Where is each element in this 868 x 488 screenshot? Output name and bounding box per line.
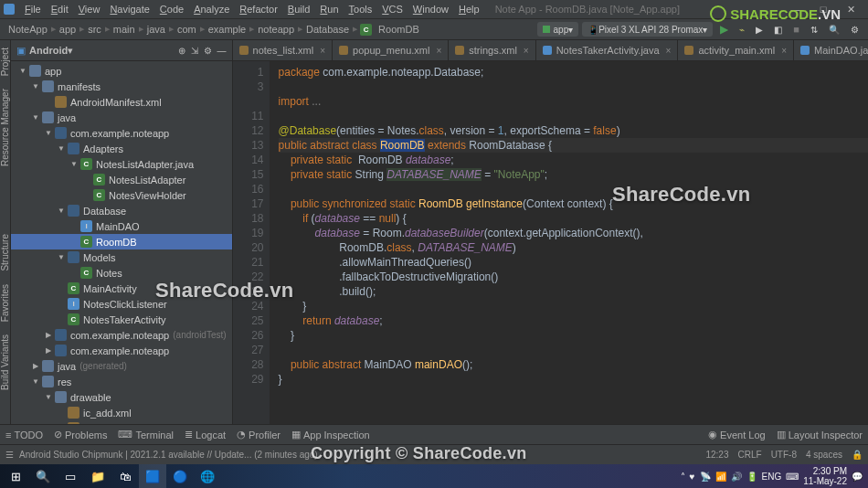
skype-icon[interactable]: 🔵 — [166, 464, 194, 488]
search-taskbar-icon[interactable]: 🔍 — [29, 464, 57, 488]
tree-node[interactable]: com.example.noteapp — [11, 125, 232, 141]
editor-tab[interactable]: notes_list.xml× — [233, 40, 333, 61]
tree-node[interactable]: ic_add.xml — [11, 405, 232, 420]
hide-panel-icon[interactable]: — — [217, 46, 227, 56]
tree-node[interactable]: java(generated) — [11, 358, 232, 374]
tree-node[interactable]: CRoomDB — [11, 234, 232, 249]
tray-security-icon[interactable]: ♥ — [690, 472, 695, 482]
menu-run[interactable]: Run — [315, 2, 343, 16]
breadcrumb-item[interactable]: main — [111, 24, 138, 35]
settings-icon[interactable]: ⚙ — [204, 46, 212, 56]
tree-node[interactable]: CMainActivity — [11, 281, 232, 296]
editor-tab[interactable]: strings.xml× — [449, 40, 535, 61]
read-only-icon[interactable]: 🔒 — [852, 450, 863, 460]
select-opened-icon[interactable]: ⊕ — [178, 46, 185, 56]
maximize-button[interactable]: □ — [810, 0, 837, 19]
app-inspection-tool[interactable]: ▦ App Inspection — [291, 429, 370, 440]
explorer-icon[interactable]: 📁 — [84, 464, 111, 488]
menu-analyze[interactable]: Analyze — [189, 2, 234, 16]
line-separator[interactable]: CRLF — [738, 450, 762, 460]
project-view-selector[interactable]: Android — [29, 45, 68, 56]
menu-build[interactable]: Build — [283, 2, 314, 16]
project-tool-tab[interactable]: Project — [0, 44, 10, 80]
problems-tool[interactable]: ⊘ Problems — [54, 429, 107, 440]
device-selector[interactable]: 📱 Pixel 3 XL API 28 Promax ▾ — [582, 22, 713, 37]
breadcrumb-item[interactable]: src — [85, 24, 104, 35]
breadcrumb-item[interactable]: com — [175, 24, 199, 35]
store-icon[interactable]: 🛍 — [111, 464, 139, 488]
tree-node[interactable]: Adapters — [11, 141, 232, 156]
code-content[interactable]: package com.example.noteapp.Database; im… — [270, 61, 868, 424]
breadcrumb-item[interactable]: example — [206, 24, 249, 35]
editor-tab[interactable]: NotesTakerActivity.java× — [536, 40, 679, 61]
menu-code[interactable]: Code — [155, 2, 188, 16]
resource-manager-tab[interactable]: Resource Manager — [0, 85, 10, 170]
caret-position[interactable]: 12:23 — [705, 450, 728, 460]
tray-language[interactable]: ENG — [762, 472, 782, 482]
tree-node[interactable]: CNotesListAdapter — [11, 172, 232, 187]
project-tree[interactable]: appmanifestsAndroidManifest.xmljavacom.e… — [11, 61, 232, 424]
tray-keyboard-icon[interactable]: ⌨ — [786, 472, 799, 482]
debug-button[interactable]: ⌁ — [736, 22, 748, 37]
profiler-tool[interactable]: ◔ Profiler — [237, 429, 281, 440]
tree-node[interactable]: com.example.noteapp(androidTest) — [11, 327, 232, 343]
menu-window[interactable]: Window — [408, 2, 453, 16]
tab-close-icon[interactable]: × — [524, 46, 529, 56]
terminal-tool[interactable]: ⌨ Terminal — [118, 429, 174, 440]
editor-tab[interactable]: MainDAO.java× — [794, 40, 868, 61]
run-config-selector[interactable]: app ▾ — [537, 22, 579, 37]
tree-node[interactable]: java — [11, 110, 232, 125]
stop-button[interactable]: ■ — [789, 22, 803, 37]
tab-close-icon[interactable]: × — [781, 46, 787, 56]
event-log-tool[interactable]: ◉ Event Log — [708, 429, 766, 440]
breadcrumb-item[interactable]: RoomDB — [376, 24, 422, 35]
build-variants-tab[interactable]: Build Variants — [0, 331, 10, 394]
tray-wifi-icon[interactable]: 📶 — [715, 472, 726, 482]
menu-vcs[interactable]: VCS — [377, 2, 408, 16]
tree-node[interactable]: IMainDAO — [11, 218, 232, 234]
layout-inspector-tool[interactable]: ▥ Layout Inspector — [777, 429, 863, 440]
breadcrumb-item[interactable]: Database — [303, 24, 352, 35]
settings-button[interactable]: ⚙ — [847, 22, 863, 37]
chrome-icon[interactable]: 🌐 — [194, 464, 221, 488]
tree-node[interactable]: manifests — [11, 79, 232, 94]
tree-node[interactable]: drawable — [11, 389, 232, 405]
expand-all-icon[interactable]: ⇲ — [191, 46, 198, 56]
tree-node[interactable]: CNotesTakerActivity — [11, 312, 232, 327]
editor-tab[interactable]: popup_menu.xml× — [333, 40, 449, 61]
breadcrumb-item[interactable]: noteapp — [255, 24, 297, 35]
tree-node[interactable]: Database — [11, 203, 232, 218]
menu-navigate[interactable]: Navigate — [105, 2, 153, 16]
tab-close-icon[interactable]: × — [436, 46, 441, 56]
tree-node[interactable]: ic_launcher_background.xml — [11, 420, 232, 424]
tree-node[interactable]: com.example.noteapp — [11, 343, 232, 358]
favorites-tool-tab[interactable]: Favorites — [0, 281, 10, 325]
coverage-button[interactable]: ▶ — [752, 22, 767, 37]
menu-help[interactable]: Help — [454, 2, 484, 16]
breadcrumb-item[interactable]: app — [57, 24, 79, 35]
taskbar-clock[interactable]: 2:30 PM11-May-22 — [803, 466, 847, 486]
structure-tool-tab[interactable]: Structure — [0, 230, 10, 275]
tree-node[interactable]: CNotesListAdapter.java — [11, 156, 232, 172]
tray-battery-icon[interactable]: 🔋 — [746, 472, 757, 482]
tree-node[interactable]: res — [11, 374, 232, 389]
notifications-icon[interactable]: 💬 — [852, 472, 863, 482]
tray-volume-icon[interactable]: 🔊 — [731, 472, 742, 482]
indent-setting[interactable]: 4 spaces — [806, 450, 842, 460]
menu-edit[interactable]: Edit — [47, 2, 73, 16]
task-view-icon[interactable]: ▭ — [57, 464, 84, 488]
tree-node[interactable]: app — [11, 63, 232, 79]
vcs-button[interactable]: ⇅ — [807, 22, 821, 37]
ide-taskbar-icon[interactable]: 🟦 — [139, 464, 166, 488]
run-button[interactable]: ▶ — [716, 22, 732, 37]
menu-refactor[interactable]: Refactor — [235, 2, 282, 16]
menu-tools[interactable]: Tools — [344, 2, 377, 16]
tray-network-icon[interactable]: 📡 — [700, 472, 711, 482]
start-button[interactable]: ⊞ — [2, 464, 29, 488]
file-encoding[interactable]: UTF-8 — [771, 450, 797, 460]
breadcrumb-item[interactable]: java — [144, 24, 168, 35]
search-button[interactable]: 🔍 — [825, 22, 843, 37]
tree-node[interactable]: INotesClickListener — [11, 296, 232, 312]
editor-tab[interactable]: activity_main.xml× — [678, 40, 794, 61]
tree-node[interactable]: CNotes — [11, 265, 232, 281]
